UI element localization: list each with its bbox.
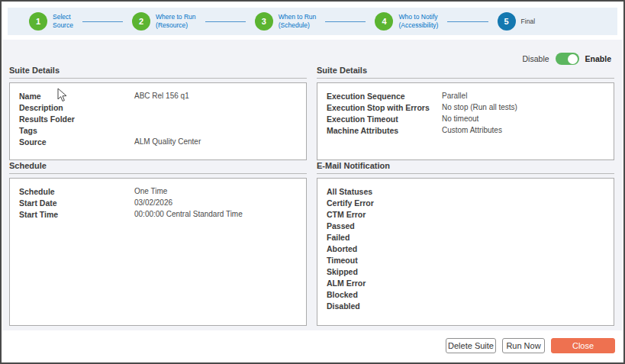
status-row: Aborted (317, 243, 614, 254)
status-label: All Statuses (327, 187, 442, 196)
field-label: Execution Timeout (327, 114, 442, 124)
step-4-label: Who to Notify (Accessibility) (398, 13, 438, 29)
status-label: Timeout (327, 256, 442, 265)
step-label-line2: Source (53, 21, 73, 30)
field-row: Name ABC Rel 156 q1 (10, 90, 306, 101)
field-value: 00:00:00 Central Standard Time (134, 210, 243, 218)
step-label-line2: (Schedule) (279, 21, 317, 30)
status-label: Failed (327, 233, 442, 242)
field-value: No timeout (442, 114, 478, 123)
step-1-badge: 1 (29, 12, 47, 31)
step-label-line1: Select (53, 13, 73, 21)
field-label: Machine Attributes (327, 126, 442, 135)
footer-button-bar: Delete Suite Run Now Close (3, 330, 622, 361)
field-row: Machine Attributes Custom Attributes (317, 124, 614, 136)
field-label: Name (19, 92, 134, 101)
step-label-line2: (Resource) (156, 21, 195, 30)
status-row: Certify Error (317, 197, 614, 208)
status-label: CTM Error (327, 210, 442, 219)
field-row: Source ALM Quality Center (10, 136, 306, 147)
status-row: All Statuses (317, 185, 614, 197)
enable-toggle-switch[interactable] (556, 53, 579, 65)
step-connector (82, 21, 123, 22)
summary-content: Disable Enable Suite Details Name ABC Re… (3, 40, 622, 332)
step-5-badge: 5 (498, 12, 516, 31)
step-2-badge: 2 (132, 12, 150, 31)
status-label: Skipped (327, 267, 442, 276)
step-label-line1: When to Run (279, 13, 317, 21)
field-row: Description (10, 101, 306, 113)
suite-details-right-box: Execution Sequence Parallel Execution St… (317, 82, 614, 160)
suite-details-left-panel: Suite Details Name ABC Rel 156 q1 Descri… (9, 66, 307, 160)
field-value: Parallel (442, 92, 467, 100)
close-button[interactable]: Close (551, 338, 615, 353)
field-value: ALM Quality Center (134, 137, 201, 146)
stepper-step-when-to-run[interactable]: 3 When to Run (Schedule) (255, 12, 317, 31)
schedule-box: Schedule One Time Start Date 03/02/2026 … (9, 178, 307, 326)
stepper: 1 Select Source 2 Where to Run (Resource… (8, 8, 617, 35)
step-4-badge: 4 (375, 12, 393, 31)
field-label: Execution Stop with Errors (327, 103, 442, 112)
status-label: Aborted (327, 244, 442, 253)
enable-label: Enable (585, 54, 611, 63)
status-row: CTM Error (317, 208, 614, 220)
status-row: Timeout (317, 254, 614, 266)
field-value: Custom Attributes (442, 126, 502, 134)
step-label-line1: Who to Notify (398, 13, 438, 21)
step-3-label: When to Run (Schedule) (279, 13, 317, 29)
step-label-line2: (Accessibility) (398, 21, 438, 30)
field-label: Results Folder (19, 114, 134, 124)
run-now-button[interactable]: Run Now (502, 338, 545, 353)
panel-title: E-Mail Notification (317, 161, 614, 174)
status-row: ALM Error (317, 277, 614, 288)
step-label-line1: Where to Run (156, 13, 195, 21)
field-row: Tags (10, 124, 306, 136)
stepper-step-who-to-notify[interactable]: 4 Who to Notify (Accessibility) (375, 12, 438, 31)
panel-title: Suite Details (317, 66, 614, 79)
stepper-step-final[interactable]: 5 Final (498, 12, 535, 31)
step-5-label: Final (521, 18, 535, 26)
step-connector (447, 21, 488, 22)
field-value: 03/02/2026 (134, 198, 172, 207)
suite-details-right-panel: Suite Details Execution Sequence Paralle… (317, 66, 614, 160)
status-row: Skipped (317, 266, 614, 277)
field-label: Schedule (19, 187, 134, 196)
stepper-step-where-to-run[interactable]: 2 Where to Run (Resource) (132, 12, 195, 31)
field-row: Results Folder (10, 113, 306, 124)
step-3-badge: 3 (255, 12, 273, 31)
field-label: Start Date (19, 198, 134, 208)
panel-title: Schedule (9, 161, 307, 174)
delete-suite-button[interactable]: Delete Suite (446, 338, 496, 353)
toggle-knob (568, 54, 578, 64)
field-value: ABC Rel 156 q1 (134, 92, 189, 100)
field-row: Execution Sequence Parallel (317, 90, 614, 101)
stepper-step-select-source[interactable]: 1 Select Source (29, 12, 73, 31)
panel-title: Suite Details (9, 66, 307, 79)
status-label: Certify Error (327, 198, 442, 208)
status-row: Blocked (317, 288, 614, 300)
field-row: Schedule One Time (10, 185, 306, 197)
field-row: Execution Timeout No timeout (317, 113, 614, 124)
step-2-label: Where to Run (Resource) (156, 13, 195, 29)
status-row: Passed (317, 220, 614, 231)
field-row: Execution Stop with Errors No stop (Run … (317, 101, 614, 113)
step-1-label: Select Source (53, 13, 73, 29)
field-value: No stop (Run all tests) (442, 103, 517, 111)
status-label: Disabled (327, 301, 442, 311)
wizard-window: 1 Select Source 2 Where to Run (Resource… (0, 0, 625, 364)
field-label: Execution Sequence (327, 92, 442, 101)
field-row: Start Time 00:00:00 Central Standard Tim… (10, 208, 306, 220)
disable-label: Disable (523, 54, 549, 63)
status-row: Failed (317, 231, 614, 243)
field-value: One Time (134, 187, 167, 195)
step-connector (205, 21, 246, 22)
field-label: Tags (19, 126, 134, 135)
status-label: Passed (327, 221, 442, 230)
email-notification-panel: E-Mail Notification All Statuses Certify… (317, 161, 614, 326)
field-row: Start Date 03/02/2026 (10, 197, 306, 208)
schedule-panel: Schedule Schedule One Time Start Date 03… (9, 161, 307, 326)
field-label: Start Time (19, 210, 134, 219)
status-label: ALM Error (327, 279, 442, 288)
enable-toggle-row: Disable Enable (523, 53, 611, 65)
step-label-line1: Final (521, 18, 535, 26)
